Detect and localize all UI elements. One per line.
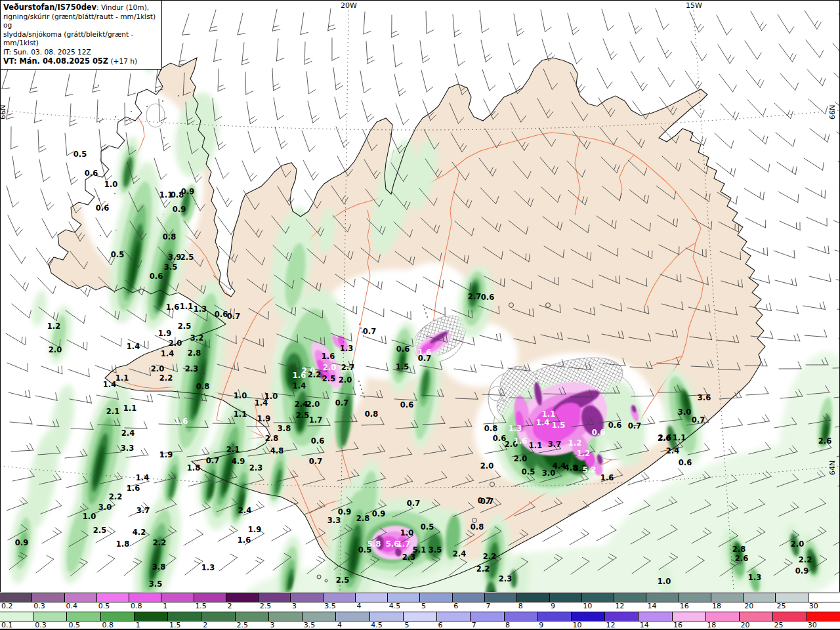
- precip-value-label: 2.0: [151, 364, 164, 373]
- precip-value-label: 1.6: [322, 352, 335, 361]
- colorbar-cell: [291, 593, 323, 602]
- precip-value-label: 2.8: [265, 434, 278, 443]
- precip-value-label: 0.8: [484, 424, 497, 433]
- precip-value-label: 0.8: [471, 522, 484, 532]
- precip-value-label: 2.2: [159, 373, 173, 383]
- colorbar-tick-label: 1.5: [195, 602, 207, 610]
- precip-value-label: 1.3: [201, 563, 215, 572]
- colorbar-cell: [471, 612, 504, 621]
- precip-value-label: 0.9: [181, 187, 194, 196]
- precip-value-label: 0.7: [206, 456, 219, 465]
- precip-value-label: 2.2: [483, 552, 496, 561]
- precip-value-label: 0.7: [335, 398, 348, 408]
- colorbar-cell: [303, 612, 336, 621]
- precip-value-label: 1.4: [103, 380, 116, 389]
- precip-value-label: 0.5: [358, 545, 371, 555]
- precip-value-label: 1.1: [234, 410, 247, 419]
- precip-value-label: 0.9: [173, 205, 186, 214]
- precip-value-label: 1.5: [552, 421, 565, 430]
- colorbar-cell: [101, 612, 135, 621]
- colorbar-cell: [336, 612, 369, 621]
- precip-value-label: 1.1: [529, 441, 542, 450]
- precip-value-label: 3.0: [98, 503, 112, 512]
- precip-value-label: 0.6: [396, 345, 410, 354]
- colorbar-cell: [33, 612, 67, 621]
- precip-value-label: 2.7: [468, 292, 481, 301]
- precip-value-label: 2.8: [188, 348, 201, 358]
- precip-value-label: 0.6: [150, 272, 163, 281]
- precip-value-label: 0.5: [522, 467, 535, 476]
- precip-value-label: 1.0: [104, 180, 117, 189]
- precip-value-label: 0.7: [407, 499, 420, 508]
- legend-rain-line: rigning/skúrir (grænt/blátt/rautt - mm/1…: [3, 12, 159, 30]
- precip-value-label: 0.6: [85, 169, 98, 178]
- precip-value-label: 1.6: [127, 484, 140, 493]
- precip-value-label: 0.6: [96, 203, 109, 213]
- precip-value-label: 2.5: [336, 576, 349, 585]
- precip-value-label: 3.6: [698, 393, 711, 402]
- colorbar-cell: [0, 593, 32, 602]
- precip-value-label: 1.4: [293, 381, 306, 390]
- precip-value-label: 1.0: [234, 391, 247, 400]
- precip-value-label: 2.2: [799, 555, 812, 564]
- precip-value-label: 0.5: [421, 522, 434, 532]
- precip-value-label: 1.5: [396, 362, 409, 371]
- colorbar-cell: [776, 593, 808, 602]
- precip-value-label: 3.5: [164, 262, 177, 272]
- colorbar-tick-label: 1: [163, 602, 167, 610]
- precip-value-label: 2.5: [180, 253, 194, 262]
- colorbar-tick-label: 20: [744, 602, 753, 610]
- svg-text:20W: 20W: [341, 1, 357, 10]
- colorbar-cell: [538, 612, 572, 621]
- precip-value-label: 1.1: [673, 433, 686, 442]
- precip-value-label: 0.6: [481, 293, 494, 302]
- precip-value-label: 2.0: [339, 375, 352, 385]
- legend-valid-time: VT: Mán. 04.08.2025 05Z (+17 h): [3, 56, 159, 66]
- precip-value-label: 2.3: [249, 463, 262, 472]
- colorbar-cell: [505, 612, 538, 621]
- colorbar-cell: [67, 612, 100, 621]
- precip-value-label: 1.6: [293, 371, 306, 380]
- colorbar-cell: [259, 593, 291, 602]
- precip-value-label: 0.5: [74, 150, 87, 159]
- precip-value-label: 2.0: [480, 461, 494, 471]
- island: [317, 575, 321, 579]
- colorbar-cell: [706, 612, 740, 621]
- precip-value-label: 0.9: [372, 509, 385, 518]
- colorbar-cell: [740, 612, 773, 621]
- precip-value-label: 0.9: [338, 507, 351, 516]
- precip-value-label: 1.4: [161, 349, 174, 358]
- precip-value-label: 3.2: [190, 333, 203, 343]
- colorbar-cell: [517, 593, 549, 602]
- precip-value-label: 3.5: [149, 579, 162, 589]
- precip-value-label: 0.5: [111, 250, 124, 259]
- precip-value-label: 0.9: [15, 538, 28, 547]
- island: [325, 579, 327, 582]
- precip-value-label: 1.4: [255, 398, 268, 408]
- precip-value-label: 0.7: [363, 327, 376, 336]
- colorbar-cell: [673, 612, 706, 621]
- colorbar-cell: [404, 612, 437, 621]
- precip-value-label: 1.6: [514, 436, 527, 446]
- colorbar-tick-label: 0.8: [131, 602, 142, 610]
- precip-value-label: 0.7: [309, 457, 322, 466]
- precip-value-label: 0.6: [215, 310, 228, 319]
- precip-value-label: 2.4: [453, 549, 466, 558]
- precip-value-label: 0.6: [608, 421, 621, 430]
- precip-value-label: 2.4: [666, 446, 679, 455]
- forecast-legend: Veðurstofan/IS750dev: Vindur (10m), rign…: [0, 0, 162, 70]
- precip-value-label: 1.6: [175, 417, 188, 426]
- precip-value-label: 1.3: [340, 344, 353, 353]
- precip-value-label: 2.1: [226, 445, 240, 454]
- colorbar-cell: [161, 593, 194, 602]
- precip-value-label: 1.7: [397, 539, 410, 549]
- colorbar-cell: [485, 593, 517, 602]
- colorbar-cell: [550, 593, 582, 602]
- precip-value-label: 0.8: [196, 382, 209, 391]
- precip-value-label: 1.3: [194, 304, 207, 314]
- colorbar-cell: [808, 593, 840, 602]
- precip-value-label: 5.2: [583, 465, 596, 474]
- precip-value-label: 1.1: [180, 302, 193, 311]
- colorbar-tick-label: 8: [518, 602, 523, 610]
- precip-value-label: 3.8: [152, 562, 165, 572]
